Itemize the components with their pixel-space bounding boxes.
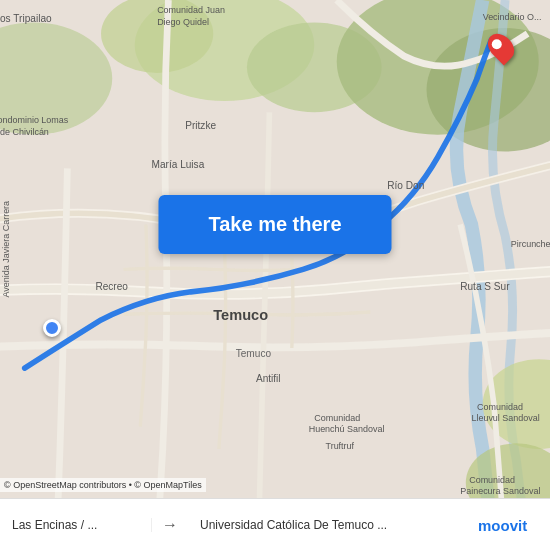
svg-text:Pritzke: Pritzke	[185, 120, 216, 131]
app: Los Tripailao Comunidad Juan Diego Quide…	[0, 0, 550, 550]
svg-text:Truftruf: Truftruf	[326, 441, 355, 451]
svg-text:Condominio Lomas: Condominio Lomas	[0, 115, 69, 125]
svg-text:de Chivilcán: de Chivilcán	[0, 127, 49, 137]
svg-text:Temuco: Temuco	[213, 307, 268, 323]
route-button-container[interactable]: Take me there	[158, 195, 391, 254]
svg-text:Comunidad: Comunidad	[477, 402, 523, 412]
map-attribution: © OpenStreetMap contributors • © OpenMap…	[0, 478, 206, 492]
route-arrow: →	[152, 516, 188, 534]
destination-label: Universidad Católica De Temuco ...	[188, 518, 466, 532]
svg-text:Lleuvul Sandoval: Lleuvul Sandoval	[471, 413, 539, 423]
origin-label: Las Encinas / ...	[0, 518, 152, 532]
svg-text:Comunidad: Comunidad	[314, 413, 360, 423]
svg-text:moovit: moovit	[478, 517, 527, 534]
svg-text:Avenida Javiera Carrera: Avenida Javiera Carrera	[1, 201, 11, 298]
start-marker	[43, 319, 61, 337]
svg-text:Los Tripailao: Los Tripailao	[0, 13, 52, 24]
arrow-icon: →	[162, 516, 178, 534]
map-background: Los Tripailao Comunidad Juan Diego Quide…	[0, 0, 550, 550]
map-container: Los Tripailao Comunidad Juan Diego Quide…	[0, 0, 550, 550]
svg-text:Comunidad Juan: Comunidad Juan	[157, 5, 225, 15]
svg-text:María Luisa: María Luisa	[152, 159, 205, 170]
svg-text:Pircunche - S...: Pircunche - S...	[511, 239, 550, 249]
svg-text:Comunidad: Comunidad	[469, 475, 515, 485]
svg-text:Antifil: Antifil	[256, 373, 281, 384]
svg-text:Huenchú Sandoval: Huenchú Sandoval	[309, 424, 385, 434]
svg-text:Painecura Sandoval: Painecura Sandoval	[460, 486, 540, 496]
svg-text:Recreo: Recreo	[95, 281, 128, 292]
svg-text:Río Don: Río Don	[387, 180, 424, 191]
take-me-there-button[interactable]: Take me there	[158, 195, 391, 254]
moovit-logo: moovit	[466, 513, 550, 537]
svg-text:Diego Quidel: Diego Quidel	[157, 17, 209, 27]
svg-text:Temuco: Temuco	[236, 348, 272, 359]
moovit-logo-svg: moovit	[478, 513, 538, 537]
bottom-bar: Las Encinas / ... → Universidad Católica…	[0, 498, 550, 550]
svg-text:Vecindario O...: Vecindario O...	[483, 12, 542, 22]
svg-text:Ruta S Sur: Ruta S Sur	[460, 281, 510, 292]
